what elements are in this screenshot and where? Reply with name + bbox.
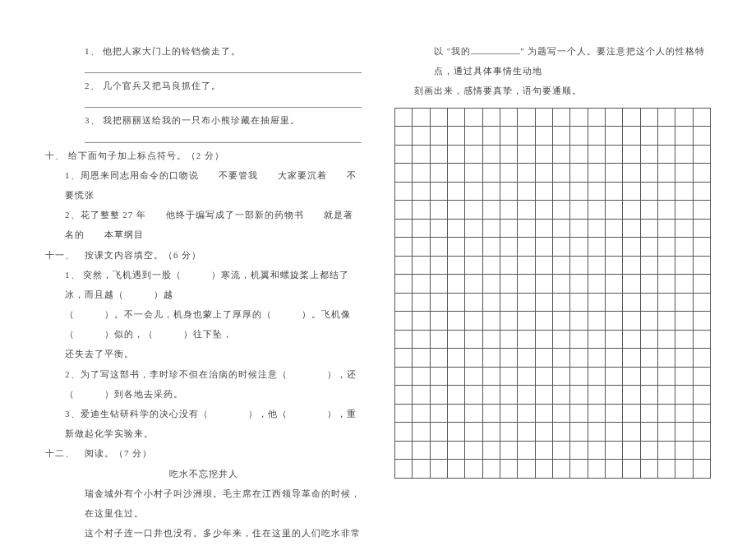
grid-cell[interactable] [623,368,640,386]
grid-cell[interactable] [465,423,482,442]
grid-cell[interactable] [536,127,553,146]
grid-cell[interactable] [694,331,711,349]
grid-cell[interactable] [395,368,413,386]
grid-cell[interactable] [395,146,413,164]
grid-cell[interactable] [658,257,675,275]
grid-cell[interactable] [500,183,518,201]
grid-cell[interactable] [553,127,570,146]
grid-cell[interactable] [694,127,711,146]
grid-cell[interactable] [500,386,518,405]
grid-cell[interactable] [553,183,570,201]
grid-cell[interactable] [413,275,430,294]
grid-cell[interactable] [588,405,606,423]
grid-cell[interactable] [395,201,413,220]
grid-cell[interactable] [675,349,693,368]
grid-cell[interactable] [570,275,588,294]
grid-cell[interactable] [658,331,675,349]
grid-cell[interactable] [536,257,553,275]
grid-cell[interactable] [465,442,482,460]
grid-cell[interactable] [431,146,448,164]
grid-cell[interactable] [465,294,482,312]
grid-cell[interactable] [448,201,465,220]
grid-cell[interactable] [465,201,482,220]
grid-cell[interactable] [570,127,588,146]
grid-cell[interactable] [395,275,413,294]
grid-cell[interactable] [641,183,658,201]
grid-cell[interactable] [500,201,518,220]
grid-cell[interactable] [431,164,448,183]
grid-cell[interactable] [694,294,711,312]
grid-cell[interactable] [641,331,658,349]
grid-cell[interactable] [694,368,711,386]
grid-cell[interactable] [413,368,430,386]
grid-cell[interactable] [623,164,640,183]
grid-cell[interactable] [553,257,570,275]
grid-cell[interactable] [395,183,413,201]
grid-cell[interactable] [623,442,640,460]
grid-cell[interactable] [606,220,623,238]
grid-cell[interactable] [658,442,675,460]
grid-cell[interactable] [570,164,588,183]
grid-cell[interactable] [641,275,658,294]
grid-cell[interactable] [483,331,500,349]
grid-cell[interactable] [675,331,693,349]
grid-cell[interactable] [395,312,413,331]
grid-cell[interactable] [483,257,500,275]
grid-cell[interactable] [623,294,640,312]
grid-cell[interactable] [500,146,518,164]
grid-cell[interactable] [413,349,430,368]
grid-cell[interactable] [658,386,675,405]
grid-cell[interactable] [658,183,675,201]
grid-cell[interactable] [500,294,518,312]
grid-cell[interactable] [448,220,465,238]
grid-cell[interactable] [536,368,553,386]
grid-cell[interactable] [570,423,588,442]
grid-cell[interactable] [448,460,465,479]
grid-cell[interactable] [553,220,570,238]
grid-cell[interactable] [570,349,588,368]
grid-cell[interactable] [641,368,658,386]
grid-cell[interactable] [588,127,606,146]
grid-cell[interactable] [570,238,588,257]
grid-cell[interactable] [641,460,658,479]
grid-cell[interactable] [465,146,482,164]
grid-cell[interactable] [694,442,711,460]
grid-cell[interactable] [518,294,535,312]
grid-cell[interactable] [570,312,588,331]
grid-cell[interactable] [623,257,640,275]
grid-cell[interactable] [658,201,675,220]
grid-cell[interactable] [483,460,500,479]
grid-cell[interactable] [448,331,465,349]
grid-cell[interactable] [518,349,535,368]
grid-cell[interactable] [465,238,482,257]
grid-cell[interactable] [675,294,693,312]
grid-cell[interactable] [413,127,430,146]
grid-cell[interactable] [606,238,623,257]
grid-cell[interactable] [518,442,535,460]
grid-cell[interactable] [570,257,588,275]
grid-cell[interactable] [483,109,500,127]
grid-cell[interactable] [606,146,623,164]
grid-cell[interactable] [448,405,465,423]
grid-cell[interactable] [500,164,518,183]
grid-cell[interactable] [694,220,711,238]
grid-cell[interactable] [483,442,500,460]
grid-cell[interactable] [694,201,711,220]
grid-cell[interactable] [536,405,553,423]
grid-cell[interactable] [588,109,606,127]
grid-cell[interactable] [536,386,553,405]
grid-cell[interactable] [448,257,465,275]
grid-cell[interactable] [694,183,711,201]
grid-cell[interactable] [553,423,570,442]
grid-cell[interactable] [641,238,658,257]
grid-cell[interactable] [536,275,553,294]
grid-cell[interactable] [448,423,465,442]
grid-cell[interactable] [623,331,640,349]
grid-cell[interactable] [658,349,675,368]
grid-cell[interactable] [431,405,448,423]
grid-cell[interactable] [553,312,570,331]
grid-cell[interactable] [570,146,588,164]
grid-cell[interactable] [675,109,693,127]
grid-cell[interactable] [606,109,623,127]
grid-cell[interactable] [483,405,500,423]
